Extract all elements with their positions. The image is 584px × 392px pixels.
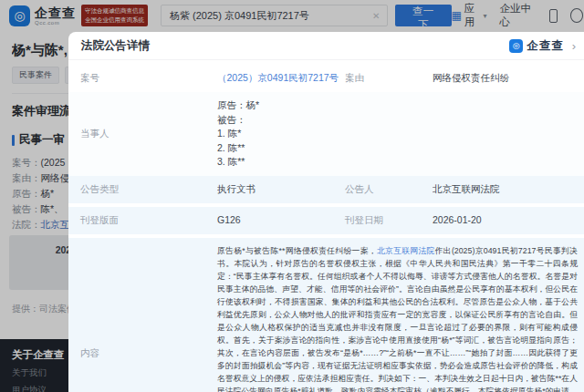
qcc-brand-icon: ◎ [509,39,523,53]
modal-header: 法院公告详情 ◎ 企查查 › [68,32,584,60]
parties-label: 当事人 [80,128,217,140]
modal-title: 法院公告详情 [81,38,150,54]
row-announcement-type: 公告类型 执行文书 公告人 北京互联网法院 [68,176,584,203]
party-defendant-3: 3. 陈** [217,155,579,170]
party-defendant-heading: 被告： [217,113,579,128]
row-case-number: 案号 （2025）京0491民初7217号 案由 网络侵权责任纠纷 [68,65,584,92]
announcement-type-value: 执行文书 [217,183,345,196]
party-plaintiff: 原告：杨* [217,98,579,113]
announcer-label: 公告人 [345,183,433,196]
modal-brand: ◎ 企查查 [509,38,564,54]
publish-date-value: 2026-01-20 [433,214,581,225]
modal-close-icon[interactable]: › [572,39,576,53]
case-number-link[interactable]: （2025）京0491民初7217号 [217,72,345,85]
page-label: 刊登版面 [80,214,217,227]
court-announcement-modal: 法院公告详情 ◎ 企查查 › 案号 （2025）京0491民初7217号 案由 … [68,32,584,392]
content-text-lead: 原告杨*与被告陈**网络侵权责任纠纷一案， [217,246,377,255]
party-defendant-1: 1. 陈* [217,127,579,141]
court-link[interactable]: 北京互联网法院 [377,246,435,255]
row-publication: 刊登版面 G126 刊登日期 2026-01-20 [68,207,584,234]
row-parties: 当事人 原告：杨* 被告： 1. 陈* 2. 陈** 3. 陈** [68,92,584,176]
modal-body: 案号 （2025）京0491民初7217号 案由 网络侵权责任纠纷 当事人 原告… [68,60,584,392]
parties-list: 原告：杨* 被告： 1. 陈* 2. 陈** 3. 陈** [217,98,579,170]
row-content: 内容 原告杨*与被告陈**网络侵权责任纠纷一案，北京互联网法院作出(2025)京… [68,238,584,392]
publish-date-label: 刊登日期 [345,214,433,227]
announcer-value: 北京互联网法院 [433,183,581,196]
cause-value: 网络侵权责任纠纷 [433,72,581,85]
case-number-label: 案号 [80,72,217,85]
cause-label: 案由 [345,72,433,85]
party-defendant-2: 2. 陈** [217,141,579,156]
page-value: G126 [217,214,345,225]
content-text-body: 作出(2025)京0491民初7217号民事判决书。本院认为，针对原告的名誉权侵… [217,246,578,392]
content-label: 内容 [80,347,217,360]
announcement-type-label: 公告类型 [80,183,217,196]
announcement-content: 原告杨*与被告陈**网络侵权责任纠纷一案，北京互联网法院作出(2025)京049… [217,244,579,392]
qcc-brand-text: 企查查 [527,38,564,54]
